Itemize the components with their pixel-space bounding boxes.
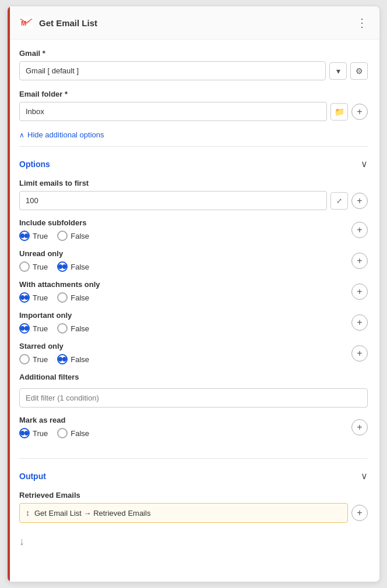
gmail-label: Gmail *: [19, 49, 368, 58]
important-only-inner: Important only True False: [19, 311, 368, 334]
with-attachments-false-radio[interactable]: [57, 292, 68, 303]
limit-emails-input-row: ⤢ +: [19, 191, 368, 210]
starred-only-false-radio[interactable]: [57, 354, 68, 364]
output-section-header[interactable]: Output ∨: [19, 466, 368, 486]
retrieved-arrows-icon: ↕: [26, 508, 30, 518]
mark-as-read-true-radio[interactable]: [19, 428, 30, 438]
options-body: Limit emails to first ⤢ + Include subfol…: [19, 174, 368, 451]
unread-only-true-radio[interactable]: [19, 261, 30, 272]
starred-only-block: Starred only True False: [19, 342, 368, 364]
retrieved-emails-value: Get Email List → Retrieved Emails: [34, 509, 150, 518]
gmail-dropdown-icon[interactable]: ▾: [329, 62, 347, 80]
important-only-false[interactable]: False: [57, 323, 89, 334]
options-section-header[interactable]: Options ∨: [19, 154, 368, 174]
card-body: Gmail * Gmail [ default ] ▾ ⚙ Email fold…: [8, 40, 379, 532]
output-body: Retrieved Emails ↕ Get Email List → Retr…: [19, 491, 368, 523]
divider-1: [19, 146, 368, 147]
unread-only-radio-group: True False: [19, 261, 89, 272]
include-subfolders-false[interactable]: False: [57, 231, 89, 241]
gmail-select[interactable]: Gmail [ default ]: [19, 61, 326, 80]
limit-emails-label: Limit emails to first: [19, 179, 368, 187]
email-folder-add-btn[interactable]: +: [351, 104, 368, 120]
with-attachments-inner: With attachments only True False: [19, 280, 368, 303]
important-only-label: Important only: [19, 311, 89, 320]
retrieved-emails-label: Retrieved Emails: [19, 491, 368, 500]
unread-only-add-btn[interactable]: +: [351, 253, 368, 269]
with-attachments-block: With attachments only True False: [19, 280, 368, 303]
limit-add-btn[interactable]: +: [351, 193, 368, 209]
mark-as-read-true[interactable]: True: [19, 428, 48, 438]
email-folder-input-row: 📁 +: [19, 102, 368, 121]
include-subfolders-inner: Include subfolders True False: [19, 218, 368, 241]
additional-filters-block: Additional filters: [19, 373, 368, 408]
limit-emails-block: Limit emails to first ⤢ +: [19, 179, 368, 210]
bottom-arrow-icon: ↓: [19, 536, 24, 548]
starred-only-inner: Starred only True False: [19, 342, 368, 364]
important-only-radio-group: True False: [19, 323, 89, 334]
important-only-add-btn[interactable]: +: [351, 314, 368, 331]
mark-as-read-radio-group: True False: [19, 428, 89, 438]
additional-filters-input[interactable]: [19, 388, 368, 408]
starred-only-true-radio[interactable]: [19, 354, 30, 364]
email-folder-section: Email folder * 📁 +: [19, 90, 368, 121]
unread-only-label: Unread only: [19, 249, 89, 258]
chevron-up-icon: ∧: [19, 131, 24, 139]
limit-emails-input[interactable]: [19, 191, 327, 210]
options-chevron-icon: ∨: [361, 158, 368, 169]
include-subfolders-false-radio[interactable]: [57, 231, 68, 241]
main-card: M Get Email List ⋮ Gmail * Gmail [ defau…: [7, 6, 380, 582]
mark-as-read-false-radio[interactable]: [57, 428, 68, 438]
include-subfolders-label: Include subfolders: [19, 218, 89, 227]
gmail-icon: M: [19, 16, 33, 30]
with-attachments-label: With attachments only: [19, 280, 100, 289]
starred-only-label: Starred only: [19, 342, 89, 350]
important-only-false-radio[interactable]: [57, 323, 68, 334]
folder-browse-icon[interactable]: 📁: [330, 103, 348, 121]
svg-text:M: M: [21, 20, 26, 27]
important-only-true[interactable]: True: [19, 323, 48, 334]
mark-as-read-add-btn[interactable]: +: [351, 419, 368, 435]
mark-as-read-block: Mark as read True False: [19, 416, 368, 438]
header-left: M Get Email List: [19, 16, 97, 30]
output-chevron-icon: ∨: [361, 470, 368, 481]
starred-only-radio-group: True False: [19, 354, 89, 364]
unread-only-false-radio[interactable]: [57, 261, 68, 272]
unread-only-block: Unread only True False: [19, 249, 368, 272]
retrieved-emails-row: ↕ Get Email List → Retrieved Emails +: [19, 503, 368, 523]
retrieved-emails-add-btn[interactable]: +: [351, 505, 368, 521]
mark-as-read-false[interactable]: False: [57, 428, 89, 438]
important-only-true-radio[interactable]: [19, 323, 30, 334]
output-title: Output: [19, 472, 46, 481]
starred-only-false[interactable]: False: [57, 354, 89, 364]
starred-only-true[interactable]: True: [19, 354, 48, 364]
email-folder-input[interactable]: [19, 102, 327, 121]
bottom-section: ↓: [8, 532, 379, 551]
email-folder-label: Email folder *: [19, 90, 368, 98]
gmail-input-row: Gmail [ default ] ▾ ⚙: [19, 61, 368, 80]
include-subfolders-add-btn[interactable]: +: [351, 222, 368, 238]
gmail-settings-icon[interactable]: ⚙: [350, 62, 368, 80]
important-only-block: Important only True False: [19, 311, 368, 334]
retrieved-emails-input[interactable]: ↕ Get Email List → Retrieved Emails: [19, 503, 348, 523]
additional-filters-label: Additional filters: [19, 373, 368, 381]
with-attachments-true-radio[interactable]: [19, 292, 30, 303]
hide-additional-options-link[interactable]: ∧ Hide additional options: [19, 130, 368, 139]
include-subfolders-true[interactable]: True: [19, 231, 48, 241]
mark-as-read-label: Mark as read: [19, 416, 89, 424]
mark-as-read-inner: Mark as read True False: [19, 416, 368, 438]
with-attachments-add-btn[interactable]: +: [351, 284, 368, 300]
with-attachments-false[interactable]: False: [57, 292, 89, 303]
unread-only-inner: Unread only True False: [19, 249, 368, 272]
card-title: Get Email List: [39, 18, 97, 28]
include-subfolders-block: Include subfolders True False: [19, 218, 368, 241]
unread-only-true[interactable]: True: [19, 261, 48, 272]
limit-expand-icon[interactable]: ⤢: [330, 192, 348, 210]
with-attachments-true[interactable]: True: [19, 292, 48, 303]
include-subfolders-true-radio[interactable]: [19, 231, 30, 241]
gmail-section: Gmail * Gmail [ default ] ▾ ⚙: [19, 49, 368, 80]
options-title: Options: [19, 160, 50, 169]
starred-only-add-btn[interactable]: +: [351, 345, 368, 362]
menu-button[interactable]: ⋮: [354, 13, 370, 32]
unread-only-false[interactable]: False: [57, 261, 89, 272]
card-header: M Get Email List ⋮: [8, 6, 379, 40]
